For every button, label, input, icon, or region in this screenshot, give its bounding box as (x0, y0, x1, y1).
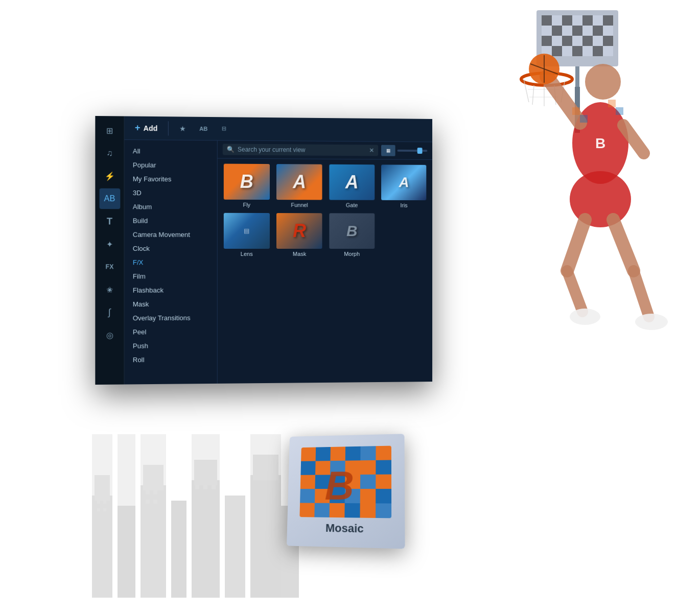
header-divider (168, 121, 169, 135)
svg-rect-58 (616, 107, 623, 115)
zoom-slider[interactable] (398, 150, 428, 152)
svg-line-33 (532, 85, 534, 105)
sidebar-icon-fx[interactable]: FX (99, 256, 120, 277)
category-film[interactable]: Film (125, 269, 217, 283)
svg-line-45 (567, 220, 585, 271)
svg-rect-84 (141, 434, 166, 547)
sidebar-icon-title[interactable]: T (99, 211, 120, 232)
svg-rect-72 (103, 501, 106, 504)
sidebar-icon-motion[interactable]: ✦ (99, 234, 120, 254)
svg-rect-101 (360, 475, 376, 489)
thumb-mask-label: Mask (293, 251, 306, 257)
svg-rect-19 (572, 36, 582, 46)
svg-rect-28 (593, 46, 603, 56)
svg-rect-90 (345, 446, 361, 461)
svg-rect-62 (141, 485, 166, 598)
main-content: + Add ★ AB ⊟ All Popular My Favorites 3D… (125, 116, 433, 384)
ab-icon-btn[interactable]: AB (195, 121, 212, 135)
svg-rect-64 (171, 501, 186, 598)
grid-view-button[interactable]: ▦ (381, 145, 395, 156)
category-3d[interactable]: 3D (125, 186, 217, 200)
category-overlay-transitions[interactable]: Overlay Transitions (125, 311, 217, 325)
svg-rect-56 (580, 115, 588, 123)
thumb-iris[interactable]: A Iris (379, 162, 430, 210)
search-icon: 🔍 (227, 146, 235, 153)
thumb-funnel[interactable]: A Funnel (273, 162, 325, 210)
category-popular[interactable]: Popular (125, 158, 217, 172)
thumb-iris-img: A (381, 164, 426, 200)
svg-rect-3 (552, 15, 562, 26)
thumb-morph[interactable]: B Morph (326, 211, 377, 259)
svg-rect-103 (300, 489, 315, 503)
category-list: All Popular My Favorites 3D Album Build … (125, 140, 218, 385)
svg-rect-66 (194, 460, 217, 485)
sidebar-icon-music[interactable]: ♫ (99, 143, 120, 164)
category-all[interactable]: All (125, 144, 217, 158)
mosaic-thumbnail: B (299, 446, 391, 518)
category-album[interactable]: Album (125, 200, 217, 214)
svg-rect-26 (572, 46, 582, 56)
svg-rect-74 (103, 508, 106, 511)
svg-rect-24 (552, 46, 562, 56)
sidebar-icon-star[interactable]: ✬ (99, 279, 120, 300)
search-clear-button[interactable]: ✕ (369, 147, 374, 154)
category-flashback[interactable]: Flashback (125, 283, 217, 297)
svg-line-43 (623, 125, 644, 153)
city-skyline-decoration (82, 434, 301, 598)
svg-rect-71 (97, 501, 100, 504)
search-input-wrap: 🔍 Search your current view ✕ (223, 144, 378, 156)
thumb-funnel-img: A (276, 164, 322, 200)
svg-point-40 (585, 64, 621, 100)
sidebar-icon-text[interactable]: AB (99, 188, 120, 209)
sidebar-icon-curve[interactable]: ∫ (99, 302, 120, 323)
svg-rect-16 (542, 36, 552, 46)
svg-rect-17 (552, 36, 562, 46)
basketball-hoop-decoration (434, 5, 628, 133)
svg-line-46 (567, 271, 582, 312)
svg-rect-88 (316, 447, 331, 461)
svg-rect-1 (542, 15, 613, 56)
svg-rect-114 (376, 503, 391, 518)
category-push[interactable]: Push (125, 339, 217, 353)
category-fx[interactable]: F/X (125, 255, 217, 269)
add-button[interactable]: + Add (131, 121, 162, 136)
basketball-player-decoration: B (501, 41, 674, 358)
svg-rect-22 (603, 36, 613, 46)
svg-rect-15 (603, 26, 613, 36)
category-camera-movement[interactable]: Camera Movement (125, 228, 217, 242)
svg-rect-25 (562, 46, 572, 56)
favorites-icon-btn[interactable]: ★ (175, 121, 191, 135)
svg-rect-9 (542, 26, 552, 36)
svg-rect-13 (582, 26, 593, 36)
thumb-gate-label: Gate (346, 202, 358, 208)
category-mask[interactable]: Mask (125, 297, 217, 311)
category-build[interactable]: Build (125, 214, 217, 228)
sidebar-icon-effects[interactable]: ⚡ (99, 166, 120, 186)
grid-icon-btn[interactable]: ⊟ (216, 122, 232, 136)
svg-point-31 (521, 73, 572, 85)
svg-rect-97 (376, 460, 391, 474)
svg-rect-89 (330, 446, 345, 461)
thumb-mask[interactable]: R Mask (273, 211, 325, 259)
zoom-handle (417, 148, 423, 154)
thumb-fly[interactable]: B Fly (221, 161, 273, 210)
mosaic-label: Mosaic (325, 522, 364, 536)
sidebar-icon-speed[interactable]: ◎ (99, 324, 120, 345)
category-clock[interactable]: Clock (125, 242, 217, 255)
svg-text:B: B (324, 463, 354, 508)
thumb-gate-img: A (329, 164, 375, 200)
thumbnails-area: 🔍 Search your current view ✕ ▦ (218, 140, 432, 384)
view-toggle: ▦ (381, 145, 427, 156)
thumb-lens[interactable]: ▤ Lens (221, 211, 273, 259)
mosaic-card[interactable]: B Mosaic (287, 434, 405, 549)
svg-line-47 (613, 220, 634, 271)
svg-rect-60 (95, 475, 110, 501)
sidebar-icon-media[interactable]: ⊞ (99, 120, 120, 141)
thumb-gate[interactable]: A Gate (326, 162, 377, 210)
thumb-iris-label: Iris (400, 202, 407, 208)
category-roll[interactable]: Roll (125, 352, 217, 367)
svg-rect-65 (192, 480, 220, 598)
search-bar: 🔍 Search your current view ✕ ▦ (218, 140, 432, 160)
category-peel[interactable]: Peel (125, 324, 217, 339)
category-my-favorites[interactable]: My Favorites (125, 172, 217, 186)
